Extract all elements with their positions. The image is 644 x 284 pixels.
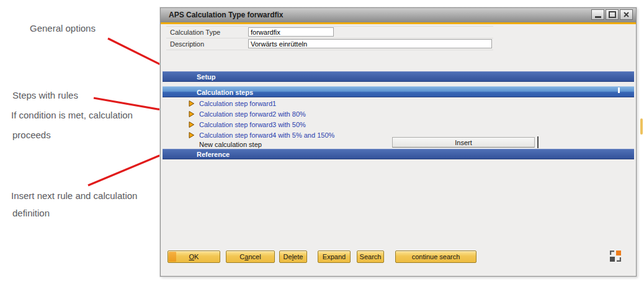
annotation-condition-line2: proceeds [12,130,51,140]
calculation-step-row[interactable]: Calculation step forward1 [163,98,634,109]
edge-scroll-marker [640,118,643,135]
maximize-icon [609,11,616,18]
step-link[interactable]: Calculation step forward1 [199,100,276,107]
close-button[interactable] [620,9,633,20]
accent-line [161,22,636,24]
aps-calculation-type-dialog: APS Calculation Type forwardfix [160,7,637,277]
annotation-general-options: General options [30,23,96,33]
annotation-insert-note-line2: definition [12,208,50,218]
step-link[interactable]: Calculation step forward4 with 5% and 15… [199,131,334,139]
default-button-stripe [169,252,176,262]
section-cursor-tick [618,87,620,93]
ok-button[interactable]: OK [168,251,220,263]
step-expand-icon[interactable] [189,122,194,128]
resize-corner-icon[interactable] [610,251,621,262]
description-input[interactable] [248,39,492,48]
screenshot-canvas: General options Steps with rules If cond… [0,0,644,284]
minimize-icon [595,16,601,18]
expand-button[interactable]: Expand [318,251,351,263]
calculation-type-input[interactable] [248,27,334,37]
window-controls [591,9,633,20]
section-header-calculation-steps[interactable]: Calculation steps [163,86,634,97]
annotation-steps-with-rules: Steps with rules [12,90,78,100]
maximize-button[interactable] [606,9,619,20]
calculation-step-row[interactable]: Calculation step forward3 with 50% [163,119,634,130]
step-expand-icon[interactable] [189,100,194,107]
continue-search-button[interactable]: continue search [395,251,476,263]
new-calculation-step-label: New calculation step [199,141,262,148]
cancel-button[interactable]: Cancel [226,251,275,263]
row-divider [166,26,493,27]
calculation-type-label: Calculation Type [170,29,220,36]
window-title: APS Calculation Type forwardfix [169,11,283,19]
section-header-setup[interactable]: Setup [163,71,634,82]
description-label: Description [170,40,204,48]
step-link[interactable]: Calculation step forward3 with 50% [199,121,306,128]
section-header-reference[interactable]: Reference [163,149,634,159]
step-expand-icon[interactable] [189,132,194,138]
annotation-insert-note-line1: Insert next rule and calculation [11,190,137,201]
row-divider [166,38,493,38]
insert-button[interactable]: Insert [392,137,535,148]
row-divider [166,50,493,50]
insert-button-divider [537,136,539,148]
close-icon [624,12,629,17]
search-button[interactable]: Search [357,251,384,263]
title-bar[interactable]: APS Calculation Type forwardfix [161,8,636,22]
step-expand-icon[interactable] [189,111,194,117]
annotation-condition-line1: If condition is met, calculation [11,110,133,120]
minimize-button[interactable] [591,9,604,20]
step-link[interactable]: Calculation step forward2 with 80% [199,110,306,118]
calculation-step-row[interactable]: Calculation step forward2 with 80% [163,109,634,119]
delete-button[interactable]: Delete [279,251,307,263]
